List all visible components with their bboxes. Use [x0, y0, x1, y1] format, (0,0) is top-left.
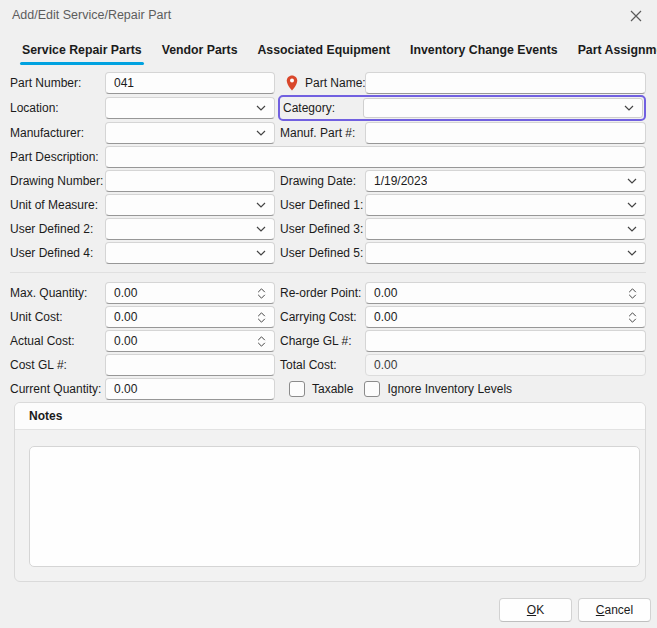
tab-strip: Service Repair Parts Vendor Parts Associ… [12, 40, 657, 67]
manufacturer-label: Manufacturer: [10, 126, 105, 140]
unit-of-measure-select[interactable] [105, 194, 275, 216]
chevron-down-icon [256, 105, 266, 111]
manufacturer-select[interactable] [105, 122, 275, 144]
unit-cost-label: Unit Cost: [10, 310, 105, 324]
notes-textarea[interactable] [29, 446, 640, 567]
reorder-point-label: Re-order Point: [280, 286, 361, 300]
max-quantity-value: 0.00 [114, 286, 137, 300]
drawing-date-value: 1/19/2023 [374, 174, 427, 188]
user-defined-4-select[interactable] [105, 242, 275, 264]
unit-cost-spinner[interactable]: 0.00 [105, 306, 275, 328]
ignore-inventory-levels-checkbox[interactable] [364, 381, 380, 397]
user-defined-4-label: User Defined 4: [10, 246, 105, 260]
user-defined-3-label: User Defined 3: [280, 222, 363, 236]
spinner-up-down-icon[interactable] [628, 312, 637, 323]
carrying-cost-spinner[interactable]: 0.00 [365, 306, 646, 328]
chevron-down-icon [256, 130, 266, 136]
chevron-down-icon [256, 250, 266, 256]
tab-label: Inventory Change Events [410, 43, 558, 57]
spinner-up-down-icon[interactable] [257, 312, 266, 323]
current-quantity-label: Current Quantity: [10, 382, 105, 396]
reorder-point-spinner[interactable]: 0.00 [365, 282, 646, 304]
footer: OK Cancel [499, 598, 651, 622]
notes-header: Notes [15, 403, 645, 430]
close-icon [629, 9, 643, 23]
user-defined-2-label: User Defined 2: [10, 222, 105, 236]
user-defined-1-select[interactable] [365, 194, 646, 216]
tab-label: Vendor Parts [162, 43, 238, 57]
actual-cost-spinner[interactable]: 0.00 [105, 330, 275, 352]
actual-cost-value: 0.00 [114, 334, 137, 348]
charge-gl-input[interactable] [365, 330, 646, 352]
tab-inventory-change-events[interactable]: Inventory Change Events [400, 40, 568, 67]
user-defined-5-select[interactable] [365, 242, 646, 264]
form-area: Part Number: Part Name: Location: Catego… [10, 72, 646, 582]
ok-button[interactable]: OK [499, 598, 572, 622]
manuf-part-number-input[interactable] [365, 122, 646, 144]
location-pin-icon [286, 75, 298, 91]
taxable-label: Taxable [312, 382, 353, 396]
spinner-up-down-icon[interactable] [257, 336, 266, 347]
chevron-down-icon [627, 202, 637, 208]
cost-gl-input[interactable] [105, 354, 275, 376]
taxable-checkbox[interactable] [289, 381, 305, 397]
part-number-input[interactable] [105, 72, 275, 94]
charge-gl-label: Charge GL #: [280, 334, 352, 348]
drawing-date-select[interactable]: 1/19/2023 [365, 170, 646, 192]
total-cost-value: 0.00 [374, 358, 397, 372]
user-defined-5-label: User Defined 5: [280, 246, 363, 260]
tab-label: Associated Equipment [257, 43, 390, 57]
actual-cost-label: Actual Cost: [10, 334, 105, 348]
unit-cost-value: 0.00 [114, 310, 137, 324]
tab-part-assignments[interactable]: Part Assignments [568, 40, 657, 67]
chevron-down-icon [627, 178, 637, 184]
cancel-button[interactable]: Cancel [578, 598, 651, 622]
chevron-down-icon [624, 105, 634, 111]
carrying-cost-label: Carrying Cost: [280, 310, 357, 324]
ignore-inventory-levels-label: Ignore Inventory Levels [387, 382, 512, 396]
cost-gl-label: Cost GL #: [10, 358, 105, 372]
category-focus-ring: Category: [278, 95, 646, 121]
drawing-date-label: Drawing Date: [280, 174, 356, 188]
max-quantity-label: Max. Quantity: [10, 286, 105, 300]
tab-vendor-parts[interactable]: Vendor Parts [152, 40, 248, 67]
spinner-up-down-icon[interactable] [257, 288, 266, 299]
tab-label: Part Assignments [578, 43, 657, 57]
current-quantity-input[interactable] [105, 378, 275, 400]
tab-service-repair-parts[interactable]: Service Repair Parts [12, 40, 152, 67]
window-title: Add/Edit Service/Repair Part [12, 8, 171, 22]
carrying-cost-value: 0.00 [374, 310, 397, 324]
chevron-down-icon [627, 226, 637, 232]
user-defined-1-label: User Defined 1: [280, 198, 363, 212]
part-number-label: Part Number: [10, 76, 105, 90]
user-defined-3-select[interactable] [365, 218, 646, 240]
ok-accel: O [527, 603, 536, 617]
cancel-accel: C [596, 603, 605, 617]
chevron-down-icon [256, 202, 266, 208]
chevron-down-icon [256, 226, 266, 232]
notes-body [15, 430, 645, 567]
user-defined-2-select[interactable] [105, 218, 275, 240]
titlebar: Add/Edit Service/Repair Part [0, 0, 657, 30]
manuf-part-number-label: Manuf. Part #: [280, 126, 355, 140]
location-select[interactable] [105, 97, 275, 119]
unit-of-measure-label: Unit of Measure: [10, 198, 105, 212]
tab-associated-equipment[interactable]: Associated Equipment [247, 40, 400, 67]
section-divider [10, 272, 646, 273]
part-name-input[interactable] [365, 72, 646, 94]
spinner-up-down-icon[interactable] [628, 288, 637, 299]
max-quantity-spinner[interactable]: 0.00 [105, 282, 275, 304]
drawing-number-input[interactable] [105, 170, 275, 192]
tab-label: Service Repair Parts [22, 43, 142, 57]
part-description-input[interactable] [105, 146, 646, 168]
notes-title: Notes [29, 409, 62, 423]
part-description-label: Part Description: [10, 150, 105, 164]
total-cost-field: 0.00 [365, 354, 646, 376]
location-label: Location: [10, 101, 105, 115]
close-button[interactable] [627, 7, 645, 25]
notes-group: Notes [14, 402, 646, 582]
total-cost-label: Total Cost: [280, 358, 337, 372]
chevron-down-icon [627, 250, 637, 256]
category-select[interactable] [363, 98, 643, 118]
reorder-point-value: 0.00 [374, 286, 397, 300]
